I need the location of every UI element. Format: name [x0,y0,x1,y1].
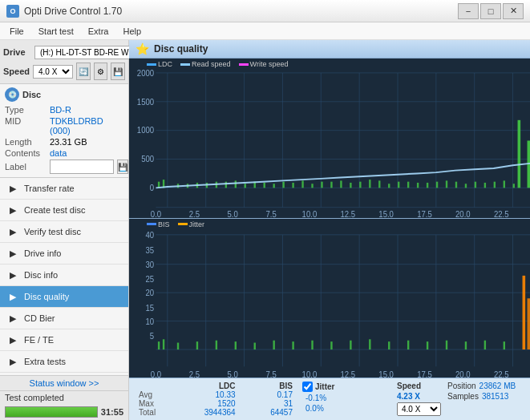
sidebar-item-transfer-rate[interactable]: ▶ Transfer rate [0,178,128,200]
svg-rect-85 [513,184,515,188]
avg-label: Avg [136,390,164,399]
svg-rect-56 [369,180,370,188]
speed-select[interactable]: 4.0 X [33,65,73,79]
speed-label: Speed [3,67,30,76]
maximize-button[interactable]: □ [480,3,501,19]
info-button2[interactable]: 💾 [111,63,125,80]
position-label: Position [447,382,476,390]
svg-text:17.5: 17.5 [417,210,432,217]
svg-rect-78 [436,182,438,188]
write-speed-label: Write speed [250,60,289,68]
sidebar-item-extra-tests[interactable]: ▶ Extra tests [0,351,128,373]
sidebar-item-create-test-disc[interactable]: ▶ Create test disc [0,200,128,221]
svg-text:10: 10 [145,317,154,326]
avg-jitter: -0.1% [302,394,390,402]
status-window-button[interactable]: Status window >> [0,376,128,391]
label-save-button[interactable]: 💾 [117,160,128,174]
menu-start-test[interactable]: Start test [32,25,80,38]
refresh-button[interactable]: 🔄 [76,63,91,80]
svg-text:15.0: 15.0 [378,370,394,378]
label-label: Label [5,162,47,172]
sidebar-item-drive-info[interactable]: ▶ Drive info [0,243,128,265]
svg-rect-84 [504,180,505,188]
menu-help[interactable]: Help [116,25,148,38]
svg-text:40: 40 [145,230,154,240]
status-text: Test completed [0,391,128,404]
svg-rect-82 [484,183,486,188]
speed-value: 4.23 X [397,392,441,401]
menu-file[interactable]: File [3,25,30,38]
svg-rect-79 [446,180,447,188]
sidebar-item-disc-info[interactable]: ▶ Disc info [0,265,128,286]
verify-test-disc-icon: ▶ [6,225,19,238]
quality-header: ⭐ Disc quality [129,40,530,59]
label-input[interactable] [50,160,114,174]
svg-rect-148 [465,341,467,349]
svg-rect-143 [369,339,370,349]
bis-legend-color [147,223,156,225]
jitter-col-header: Jitter [315,382,334,391]
svg-text:1000: 1000 [137,126,155,135]
speed-col-header: Speed [397,382,441,390]
extra-tests-icon: ▶ [6,355,19,368]
write-speed-legend: Write speed [239,60,289,68]
read-speed-legend: Read speed [180,60,231,68]
sidebar-item-fe-te[interactable]: ▶ FE / TE [0,329,128,351]
length-label: Length [5,137,47,147]
jitter-legend-color [178,223,188,225]
svg-rect-137 [254,342,256,349]
settings-button[interactable]: ⚙ [94,63,108,80]
svg-rect-75 [388,184,390,188]
svg-rect-150 [504,341,505,349]
jitter-legend: Jitter [178,220,205,228]
total-row: Total 3944364 64457 [136,408,296,417]
menu-extra[interactable]: Extra [82,25,115,38]
jitter-checkbox[interactable] [302,382,313,392]
mid-value: TDKBLDRBD (000) [50,116,123,135]
sidebar-item-label: Drive info [24,248,61,258]
svg-rect-147 [446,340,447,349]
close-button[interactable]: ✕ [503,3,524,19]
max-row: Max 1520 31 [136,399,296,408]
stats-table: LDC BIS Avg 10.33 0.17 Max 1520 [136,382,296,417]
upper-chart-svg: 2000 1500 1000 500 0 18X 16X 14X 12X 10X… [129,59,530,218]
svg-text:35: 35 [145,244,154,254]
svg-rect-60 [518,120,521,188]
avg-bis: 0.17 [239,390,296,399]
status-bar: Status window >> Test completed 31:55 [0,375,128,420]
svg-rect-77 [417,183,419,188]
sidebar: Drive (H:) HL-DT-ST BD-RE WH16NS58 TST4 … [0,40,129,420]
quality-icon: ⭐ [136,42,149,55]
svg-text:0: 0 [150,184,155,192]
total-label: Total [136,408,164,417]
svg-rect-67 [264,183,265,188]
contents-label: Contents [5,148,47,158]
window-controls: − □ ✕ [458,3,524,19]
read-speed-color [180,63,190,66]
mid-label: MID [5,116,47,135]
ldc-legend-label: LDC [158,60,172,68]
sidebar-item-verify-test-disc[interactable]: ▶ Verify test disc [0,221,128,243]
position-section: Position 23862 MB Samples 381513 [447,382,530,401]
nav-items: ▶ Transfer rate ▶ Create test disc ▶ Ver… [0,178,128,375]
jitter-legend-label: Jitter [189,220,205,228]
cd-bier-icon: ▶ [6,312,19,325]
sidebar-item-cd-bier[interactable]: ▶ CD Bier [0,308,128,329]
ldc-legend: LDC [147,60,172,68]
svg-rect-145 [407,340,409,349]
jitter-header-row: Jitter [302,382,390,392]
svg-rect-73 [359,182,361,188]
sidebar-item-label: Extra tests [24,357,66,366]
lower-chart: BIS Jitter [129,219,530,378]
svg-text:15.0: 15.0 [378,210,394,217]
svg-text:7.5: 7.5 [265,210,277,217]
speed-select-stats[interactable]: 4.0 X [397,402,441,416]
type-label: Type [5,105,47,115]
write-speed-color [239,63,249,66]
svg-rect-132 [163,339,164,349]
sidebar-item-disc-quality[interactable]: ▶ Disc quality [0,286,128,308]
disc-panel: 💿 Disc Type BD-R MID TDKBLDRBD (000) Len… [0,84,128,178]
svg-text:20.0: 20.0 [455,370,471,378]
minimize-button[interactable]: − [458,3,479,19]
type-value: BD-R [50,105,71,115]
